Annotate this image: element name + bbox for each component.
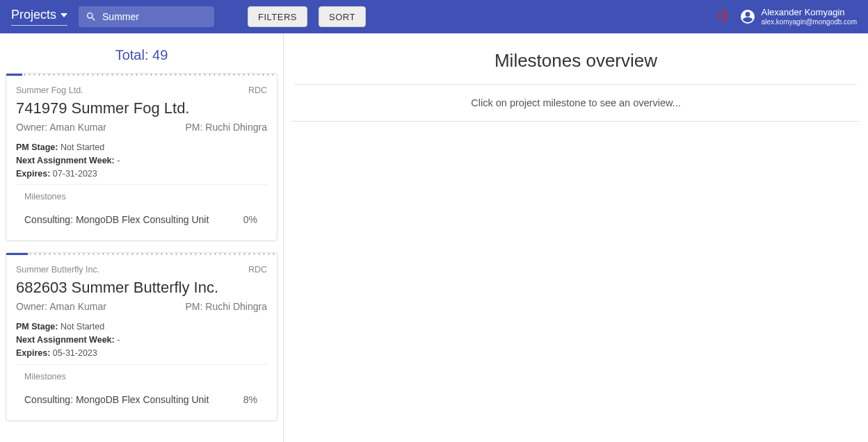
search-input[interactable] <box>102 11 207 22</box>
milestones-label: Milestones <box>16 188 267 211</box>
content-area: Total: 49 Summer Fog Ltd. RDC 741979 Sum… <box>0 33 868 442</box>
project-tag: RDC <box>248 85 267 95</box>
chevron-down-icon <box>61 13 67 17</box>
milestone-row[interactable]: Consulting: MongoDB Flex Consulting Unit… <box>16 211 267 235</box>
project-owner: Owner: Aman Kumar <box>16 122 106 133</box>
sort-button[interactable]: SORT <box>319 6 366 27</box>
project-pm: PM: Ruchi Dhingra <box>186 301 268 312</box>
project-card[interactable]: Summer Butterfly Inc. RDC 682603 Summer … <box>6 252 278 420</box>
project-owner: Owner: Aman Kumar <box>16 301 106 312</box>
projects-dropdown[interactable]: Projects <box>11 8 67 26</box>
app-header: Projects FILTERS SORT Alexander Komyagin… <box>0 0 868 33</box>
project-title: 741979 Summer Fog Ltd. <box>16 99 267 117</box>
overview-hint: Click on project milestone to see an ove… <box>292 85 860 122</box>
card-progress-filled <box>6 253 28 255</box>
milestone-pct: 0% <box>243 214 257 225</box>
project-meta: PM Stage: Not Started Next Assignment We… <box>16 320 267 364</box>
total-count: Total: 49 <box>0 33 283 73</box>
filters-button[interactable]: FILTERS <box>248 6 307 27</box>
project-title: 682603 Summer Butterfly Inc. <box>16 279 267 297</box>
svg-point-0 <box>718 12 726 20</box>
user-avatar-icon <box>739 8 756 25</box>
notification-icon[interactable] <box>716 10 728 24</box>
card-progress-bar <box>6 74 277 76</box>
user-name: Alexander Komyagin <box>762 8 857 18</box>
search-icon <box>86 11 97 22</box>
milestones-label: Milestones <box>16 368 267 391</box>
project-tag: RDC <box>248 265 267 275</box>
projects-dropdown-label: Projects <box>11 8 56 22</box>
user-menu[interactable]: Alexander Komyagin alex.komyagin@mongodb… <box>739 8 857 26</box>
search-box[interactable] <box>79 6 214 27</box>
projects-list-pane[interactable]: Total: 49 Summer Fog Ltd. RDC 741979 Sum… <box>0 33 284 442</box>
project-pm: PM: Ruchi Dhingra <box>186 122 268 133</box>
company-name: Summer Fog Ltd. <box>16 85 83 95</box>
card-progress-filled <box>6 74 22 76</box>
company-name: Summer Butterfly Inc. <box>16 265 99 275</box>
project-meta: PM Stage: Not Started Next Assignment We… <box>16 141 267 185</box>
milestone-pct: 8% <box>243 394 257 405</box>
project-card[interactable]: Summer Fog Ltd. RDC 741979 Summer Fog Lt… <box>6 73 278 241</box>
card-progress-bar <box>6 253 277 255</box>
overview-pane: Milestones overview Click on project mil… <box>284 33 868 442</box>
user-email: alex.komyagin@mongodb.com <box>762 18 857 26</box>
milestone-name: Consulting: MongoDB Flex Consulting Unit <box>24 394 209 405</box>
milestone-row[interactable]: Consulting: MongoDB Flex Consulting Unit… <box>16 391 267 415</box>
milestone-name: Consulting: MongoDB Flex Consulting Unit <box>24 214 209 225</box>
overview-title: Milestones overview <box>292 46 860 84</box>
